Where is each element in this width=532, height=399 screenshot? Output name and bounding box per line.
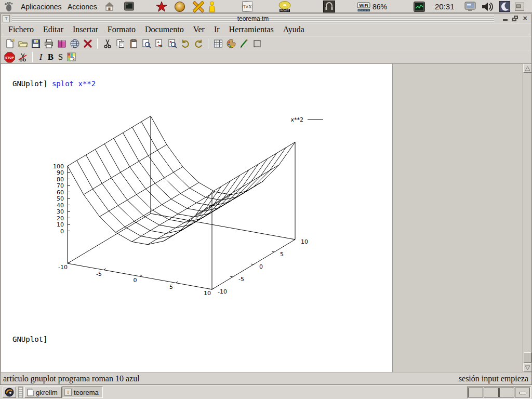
document-icon	[27, 389, 34, 396]
battery-percent-label: 86%	[373, 0, 387, 13]
vertical-scrollbar[interactable]	[523, 64, 531, 372]
cd-roast-icon[interactable]: ROAST	[278, 0, 291, 13]
menu-acciones[interactable]: Acciones	[65, 0, 99, 13]
italic-button[interactable]: I	[36, 52, 46, 62]
open-document-icon[interactable]	[16, 37, 29, 49]
crossed-tools-icon[interactable]	[193, 0, 204, 13]
tex-icon: T	[64, 389, 72, 396]
home-icon[interactable]	[104, 0, 115, 13]
svg-text:40: 40	[57, 202, 64, 209]
replace-icon[interactable]: AB	[153, 37, 166, 49]
strong-button[interactable]: S	[56, 52, 65, 62]
svg-text:90: 90	[57, 169, 64, 176]
book-icon[interactable]	[55, 37, 68, 49]
find-icon[interactable]	[140, 37, 153, 49]
session-prompt: GNUplot]	[12, 335, 47, 343]
person-icon[interactable]	[207, 0, 217, 13]
scroll-up-button[interactable]	[523, 64, 531, 73]
wifi-battery-icon[interactable]: WiFi	[357, 0, 371, 13]
menu-editar[interactable]: Editar	[38, 24, 68, 35]
workspace-switcher	[467, 387, 531, 398]
task-gkrellm[interactable]: gkrellm	[24, 387, 62, 398]
menu-formato[interactable]: Formato	[103, 24, 140, 35]
svg-text:10: 10	[204, 290, 211, 297]
window-title: teorema.tm	[12, 15, 494, 22]
taskbar-applet-icon[interactable]	[3, 387, 16, 398]
menu-insertar[interactable]: Insertar	[68, 24, 103, 35]
svg-text:70: 70	[57, 182, 64, 189]
globe-icon[interactable]	[68, 37, 81, 49]
close-button[interactable]: ×	[522, 15, 528, 22]
display-icon[interactable]	[464, 0, 476, 13]
svg-text:50: 50	[57, 195, 64, 202]
document-area: GNUplot] splot x**2 -10-50510-10-5051001…	[1, 64, 531, 373]
cell-color-table-icon[interactable]	[65, 51, 78, 63]
terminal-icon[interactable]	[124, 0, 135, 13]
workspace-2[interactable]	[484, 388, 499, 397]
svg-text:A: A	[157, 40, 159, 44]
print-icon[interactable]	[42, 37, 55, 49]
window-menu-icon[interactable]: T	[1, 14, 12, 23]
cut-icon[interactable]	[101, 37, 114, 49]
red-star-icon[interactable]	[156, 0, 167, 13]
new-document-icon[interactable]	[3, 37, 16, 49]
undo-icon[interactable]	[179, 37, 192, 49]
orb-icon[interactable]	[175, 0, 185, 13]
panel-clock[interactable]: 20:31	[435, 0, 455, 13]
workspace-4[interactable]	[515, 388, 530, 397]
redo-icon[interactable]	[192, 37, 205, 49]
tasklist-handle[interactable]	[18, 387, 23, 398]
svg-text:-5: -5	[96, 271, 102, 277]
menu-fichero[interactable]: Fichero	[4, 24, 38, 35]
svg-text:0: 0	[60, 228, 64, 235]
bold-button[interactable]: B	[46, 52, 56, 62]
svg-text:WiFi: WiFi	[359, 4, 368, 8]
taskbar: gkrellm T teorema	[0, 385, 532, 399]
table-icon[interactable]	[211, 37, 224, 49]
system-monitor-icon[interactable]	[414, 0, 425, 13]
moon-icon[interactable]	[499, 0, 510, 13]
workspace-3[interactable]	[499, 388, 514, 397]
svg-text:T: T	[67, 390, 70, 395]
minimize-button[interactable]	[502, 15, 509, 22]
close-document-icon[interactable]	[81, 37, 94, 49]
scroll-down-button[interactable]	[523, 363, 531, 372]
task-teorema[interactable]: T teorema	[62, 387, 103, 398]
document-page[interactable]: GNUplot] splot x**2 -10-50510-10-5051001…	[1, 64, 393, 372]
tray-icon[interactable]	[515, 0, 524, 13]
plot-legend-label: x**2	[290, 116, 303, 123]
session-line-2[interactable]: GNUplot]	[12, 335, 47, 343]
svg-text:60: 60	[57, 189, 64, 196]
svg-text:-10: -10	[218, 288, 227, 295]
workspace-1[interactable]	[468, 388, 483, 397]
headphones-icon[interactable]	[323, 0, 335, 13]
menu-documento[interactable]: Documento	[140, 24, 189, 35]
gnuplot-canvas: -10-50510-10-505100102030405060708090100…	[1, 64, 393, 373]
draw-icon[interactable]	[237, 37, 250, 49]
color-palette-icon[interactable]	[224, 37, 237, 49]
save-icon[interactable]	[29, 37, 42, 49]
menu-herramientas[interactable]: Herramientas	[224, 24, 278, 35]
menu-ayuda[interactable]: Ayuda	[278, 24, 309, 35]
stop-icon[interactable]: STOP	[3, 51, 16, 63]
toolbar-separator	[97, 38, 98, 49]
close-session-icon[interactable]	[16, 51, 29, 63]
task-label: gkrellm	[36, 389, 58, 396]
svg-text:ROAST: ROAST	[281, 9, 290, 12]
menu-ir[interactable]: Ir	[209, 24, 224, 35]
desktop-panel: Aplicaciones Acciones	[0, 0, 532, 13]
scrollbar-thumb[interactable]	[524, 352, 531, 363]
menu-aplicaciones[interactable]: Aplicaciones	[19, 0, 64, 13]
gnome-foot-icon[interactable]	[3, 0, 15, 13]
menu-ver[interactable]: Ver	[189, 24, 209, 35]
restore-button[interactable]	[512, 15, 518, 22]
frame-icon[interactable]	[250, 37, 263, 49]
svg-text:0: 0	[134, 277, 137, 284]
volume-icon[interactable]	[481, 0, 494, 13]
paste-icon[interactable]	[127, 37, 140, 49]
spell-check-icon[interactable]	[166, 37, 179, 49]
main-toolbar: AB	[1, 36, 531, 50]
tex-launcher-icon[interactable]: TEX	[242, 0, 253, 13]
titlebar[interactable]: T teorema.tm ×	[1, 14, 531, 23]
copy-icon[interactable]	[114, 37, 127, 49]
